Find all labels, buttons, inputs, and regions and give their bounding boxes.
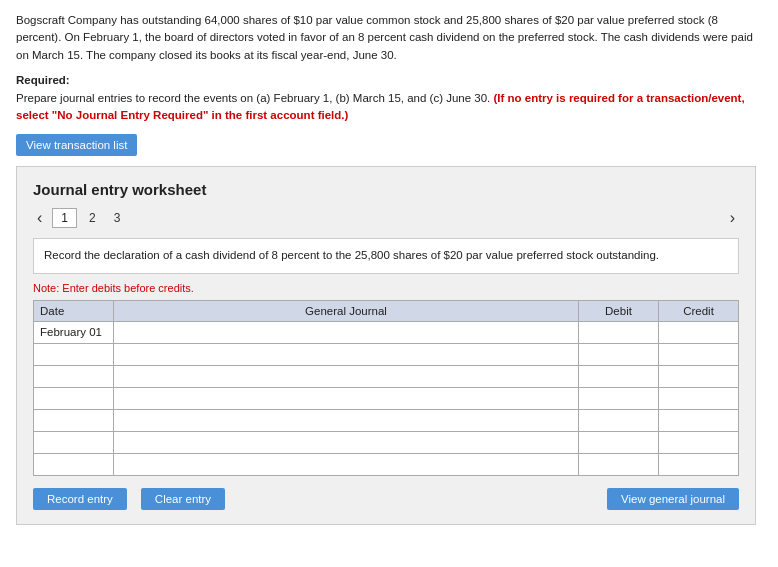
col-header-general-journal: General Journal	[114, 300, 579, 321]
col-header-date: Date	[34, 300, 114, 321]
general-journal-cell-2[interactable]	[114, 365, 579, 387]
credit-input-1[interactable]	[665, 348, 732, 360]
note-text: Note: Enter debits before credits.	[33, 282, 739, 294]
worksheet-title: Journal entry worksheet	[33, 181, 739, 198]
credit-input-3[interactable]	[665, 392, 732, 404]
col-header-credit: Credit	[659, 300, 739, 321]
credit-input-4[interactable]	[665, 414, 732, 426]
next-tab-button[interactable]: ›	[726, 209, 739, 227]
debit-input-1[interactable]	[585, 348, 652, 360]
debit-cell-2[interactable]	[579, 365, 659, 387]
credit-cell-6[interactable]	[659, 453, 739, 475]
general-journal-input-1[interactable]	[120, 348, 572, 360]
debit-cell-1[interactable]	[579, 343, 659, 365]
table-row	[34, 409, 739, 431]
credit-input-0[interactable]	[665, 326, 732, 338]
general-journal-cell-6[interactable]	[114, 453, 579, 475]
problem-text: Bogscraft Company has outstanding 64,000…	[16, 12, 762, 64]
date-input-3[interactable]	[40, 392, 107, 404]
date-cell-4[interactable]	[34, 409, 114, 431]
clear-entry-button[interactable]: Clear entry	[141, 488, 225, 510]
general-journal-input-6[interactable]	[120, 458, 572, 470]
date-cell-5[interactable]	[34, 431, 114, 453]
tab-1[interactable]: 1	[52, 208, 77, 228]
date-input-4[interactable]	[40, 414, 107, 426]
date-input-1[interactable]	[40, 348, 107, 360]
debit-cell-6[interactable]	[579, 453, 659, 475]
prev-tab-button[interactable]: ‹	[33, 209, 46, 227]
credit-cell-4[interactable]	[659, 409, 739, 431]
table-row	[34, 343, 739, 365]
required-instructions: Prepare journal entries to record the ev…	[16, 90, 762, 125]
table-row	[34, 365, 739, 387]
instructions-plain: Prepare journal entries to record the ev…	[16, 92, 494, 104]
tab-2[interactable]: 2	[83, 209, 102, 227]
tab-navigation: ‹ 1 2 3 ›	[33, 208, 739, 228]
debit-input-2[interactable]	[585, 370, 652, 382]
general-journal-cell-1[interactable]	[114, 343, 579, 365]
required-label: Required:	[16, 74, 762, 86]
view-transaction-button[interactable]: View transaction list	[16, 134, 137, 156]
debit-cell-4[interactable]	[579, 409, 659, 431]
table-row: February 01	[34, 321, 739, 343]
credit-cell-0[interactable]	[659, 321, 739, 343]
button-row: Record entry Clear entry View general jo…	[33, 488, 739, 510]
general-journal-cell-5[interactable]	[114, 431, 579, 453]
required-section: Required: Prepare journal entries to rec…	[16, 74, 762, 125]
debit-input-3[interactable]	[585, 392, 652, 404]
credit-cell-3[interactable]	[659, 387, 739, 409]
date-cell-2[interactable]	[34, 365, 114, 387]
credit-cell-1[interactable]	[659, 343, 739, 365]
table-row	[34, 431, 739, 453]
instruction-box: Record the declaration of a cash dividen…	[33, 238, 739, 273]
date-input-6[interactable]	[40, 458, 107, 470]
credit-cell-2[interactable]	[659, 365, 739, 387]
date-cell-6[interactable]	[34, 453, 114, 475]
debit-cell-0[interactable]	[579, 321, 659, 343]
general-journal-cell-0[interactable]	[114, 321, 579, 343]
date-input-5[interactable]	[40, 436, 107, 448]
date-cell-3[interactable]	[34, 387, 114, 409]
general-journal-input-4[interactable]	[120, 414, 572, 426]
date-input-2[interactable]	[40, 370, 107, 382]
date-cell-1[interactable]	[34, 343, 114, 365]
journal-worksheet: Journal entry worksheet ‹ 1 2 3 › Record…	[16, 166, 756, 524]
record-entry-button[interactable]: Record entry	[33, 488, 127, 510]
credit-cell-5[interactable]	[659, 431, 739, 453]
table-row	[34, 387, 739, 409]
debit-input-5[interactable]	[585, 436, 652, 448]
general-journal-input-5[interactable]	[120, 436, 572, 448]
general-journal-input-2[interactable]	[120, 370, 572, 382]
table-row	[34, 453, 739, 475]
debit-cell-3[interactable]	[579, 387, 659, 409]
general-journal-cell-4[interactable]	[114, 409, 579, 431]
credit-input-2[interactable]	[665, 370, 732, 382]
view-general-journal-button[interactable]: View general journal	[607, 488, 739, 510]
debit-input-0[interactable]	[585, 326, 652, 338]
credit-input-6[interactable]	[665, 458, 732, 470]
general-journal-input-0[interactable]	[120, 326, 572, 338]
debit-input-4[interactable]	[585, 414, 652, 426]
debit-cell-5[interactable]	[579, 431, 659, 453]
general-journal-cell-3[interactable]	[114, 387, 579, 409]
general-journal-input-3[interactable]	[120, 392, 572, 404]
col-header-debit: Debit	[579, 300, 659, 321]
tab-3[interactable]: 3	[108, 209, 127, 227]
date-cell-0: February 01	[34, 321, 114, 343]
debit-input-6[interactable]	[585, 458, 652, 470]
journal-table: Date General Journal Debit Credit Februa…	[33, 300, 739, 476]
credit-input-5[interactable]	[665, 436, 732, 448]
